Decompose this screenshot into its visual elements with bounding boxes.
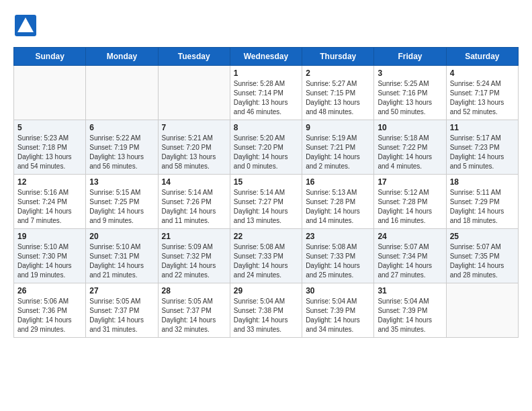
cell-info: Sunrise: 5:20 AMSunset: 7:20 PMDaylight:… — [234, 134, 298, 171]
calendar-body: 1Sunrise: 5:28 AMSunset: 7:14 PMDaylight… — [14, 66, 519, 338]
week-row-4: 26Sunrise: 5:06 AMSunset: 7:36 PMDayligh… — [14, 283, 519, 338]
week-row-3: 19Sunrise: 5:10 AMSunset: 7:30 PMDayligh… — [14, 229, 519, 283]
cell-info: Sunrise: 5:07 AMSunset: 7:35 PMDaylight:… — [450, 242, 515, 280]
day-number: 31 — [378, 286, 442, 295]
day-number: 28 — [162, 286, 226, 295]
day-number: 2 — [306, 68, 370, 78]
cell-info: Sunrise: 5:04 AMSunset: 7:39 PMDaylight:… — [378, 297, 442, 334]
cal-cell: 29Sunrise: 5:04 AMSunset: 7:38 PMDayligh… — [230, 283, 302, 338]
week-row-1: 5Sunrise: 5:23 AMSunset: 7:18 PMDaylight… — [14, 120, 519, 175]
cell-info: Sunrise: 5:08 AMSunset: 7:33 PMDaylight:… — [306, 242, 370, 280]
day-header-monday: Monday — [86, 48, 158, 66]
cal-cell: 8Sunrise: 5:20 AMSunset: 7:20 PMDaylight… — [230, 120, 302, 175]
cell-info: Sunrise: 5:05 AMSunset: 7:37 PMDaylight:… — [162, 297, 226, 334]
week-row-2: 12Sunrise: 5:16 AMSunset: 7:24 PMDayligh… — [14, 175, 519, 229]
day-number: 19 — [17, 232, 82, 241]
cal-cell: 9Sunrise: 5:19 AMSunset: 7:21 PMDaylight… — [302, 120, 374, 175]
logo — [13, 13, 40, 40]
day-number: 12 — [17, 177, 82, 187]
cal-cell: 22Sunrise: 5:08 AMSunset: 7:33 PMDayligh… — [230, 229, 302, 283]
cell-info: Sunrise: 5:08 AMSunset: 7:33 PMDaylight:… — [234, 242, 298, 280]
day-header-sunday: Sunday — [14, 48, 86, 66]
cell-info: Sunrise: 5:19 AMSunset: 7:21 PMDaylight:… — [306, 134, 370, 171]
cal-cell: 11Sunrise: 5:17 AMSunset: 7:23 PMDayligh… — [446, 120, 518, 175]
cell-info: Sunrise: 5:12 AMSunset: 7:28 PMDaylight:… — [378, 188, 442, 226]
day-number: 7 — [162, 123, 226, 132]
day-number: 21 — [162, 232, 226, 241]
cal-cell: 27Sunrise: 5:05 AMSunset: 7:37 PMDayligh… — [86, 283, 158, 338]
cell-info: Sunrise: 5:24 AMSunset: 7:17 PMDaylight:… — [450, 79, 515, 117]
cal-cell: 5Sunrise: 5:23 AMSunset: 7:18 PMDaylight… — [14, 120, 86, 175]
day-number: 1 — [234, 68, 298, 78]
cal-cell: 1Sunrise: 5:28 AMSunset: 7:14 PMDaylight… — [230, 66, 302, 120]
cal-cell: 26Sunrise: 5:06 AMSunset: 7:36 PMDayligh… — [14, 283, 86, 338]
cell-info: Sunrise: 5:11 AMSunset: 7:29 PMDaylight:… — [450, 188, 515, 226]
cal-cell: 17Sunrise: 5:12 AMSunset: 7:28 PMDayligh… — [374, 175, 446, 229]
cal-cell: 7Sunrise: 5:21 AMSunset: 7:20 PMDaylight… — [158, 120, 230, 175]
cal-cell: 21Sunrise: 5:09 AMSunset: 7:32 PMDayligh… — [158, 229, 230, 283]
day-number: 30 — [306, 286, 370, 295]
cell-info: Sunrise: 5:05 AMSunset: 7:37 PMDaylight:… — [89, 297, 154, 334]
cal-cell: 15Sunrise: 5:14 AMSunset: 7:27 PMDayligh… — [230, 175, 302, 229]
day-number: 11 — [450, 123, 515, 132]
day-header-wednesday: Wednesday — [230, 48, 302, 66]
cal-cell: 31Sunrise: 5:04 AMSunset: 7:39 PMDayligh… — [374, 283, 446, 338]
cell-info: Sunrise: 5:16 AMSunset: 7:24 PMDaylight:… — [17, 188, 82, 226]
cal-cell: 18Sunrise: 5:11 AMSunset: 7:29 PMDayligh… — [446, 175, 518, 229]
day-header-tuesday: Tuesday — [158, 48, 230, 66]
cal-cell: 6Sunrise: 5:22 AMSunset: 7:19 PMDaylight… — [86, 120, 158, 175]
cal-cell: 4Sunrise: 5:24 AMSunset: 7:17 PMDaylight… — [446, 66, 518, 120]
day-number: 4 — [450, 68, 515, 78]
day-number: 15 — [234, 177, 298, 187]
day-number: 22 — [234, 232, 298, 241]
days-header-row: SundayMondayTuesdayWednesdayThursdayFrid… — [14, 48, 519, 66]
day-number: 10 — [378, 123, 442, 132]
day-number: 9 — [306, 123, 370, 132]
cell-info: Sunrise: 5:04 AMSunset: 7:38 PMDaylight:… — [234, 297, 298, 334]
day-number: 23 — [306, 232, 370, 241]
cal-cell — [14, 66, 86, 120]
cell-info: Sunrise: 5:25 AMSunset: 7:16 PMDaylight:… — [378, 79, 442, 117]
cell-info: Sunrise: 5:06 AMSunset: 7:36 PMDaylight:… — [17, 297, 82, 334]
cell-info: Sunrise: 5:09 AMSunset: 7:32 PMDaylight:… — [162, 242, 226, 280]
cell-info: Sunrise: 5:10 AMSunset: 7:30 PMDaylight:… — [17, 242, 82, 280]
cal-cell: 30Sunrise: 5:04 AMSunset: 7:39 PMDayligh… — [302, 283, 374, 338]
day-header-saturday: Saturday — [446, 48, 518, 66]
day-number: 20 — [89, 232, 154, 241]
day-number: 27 — [89, 286, 154, 295]
day-number: 3 — [378, 68, 442, 78]
cal-cell: 23Sunrise: 5:08 AMSunset: 7:33 PMDayligh… — [302, 229, 374, 283]
day-number: 6 — [89, 123, 154, 132]
logo-icon — [13, 13, 38, 38]
day-number: 16 — [306, 177, 370, 187]
day-number: 24 — [378, 232, 442, 241]
cell-info: Sunrise: 5:28 AMSunset: 7:14 PMDaylight:… — [234, 79, 298, 117]
cal-cell: 28Sunrise: 5:05 AMSunset: 7:37 PMDayligh… — [158, 283, 230, 338]
day-number: 26 — [17, 286, 82, 295]
cell-info: Sunrise: 5:04 AMSunset: 7:39 PMDaylight:… — [306, 297, 370, 334]
cell-info: Sunrise: 5:14 AMSunset: 7:27 PMDaylight:… — [234, 188, 298, 226]
cal-cell: 25Sunrise: 5:07 AMSunset: 7:35 PMDayligh… — [446, 229, 518, 283]
cell-info: Sunrise: 5:15 AMSunset: 7:25 PMDaylight:… — [89, 188, 154, 226]
day-header-thursday: Thursday — [302, 48, 374, 66]
cell-info: Sunrise: 5:10 AMSunset: 7:31 PMDaylight:… — [89, 242, 154, 280]
calendar-table: SundayMondayTuesdayWednesdayThursdayFrid… — [13, 47, 519, 338]
cal-cell — [158, 66, 230, 120]
day-number: 14 — [162, 177, 226, 187]
cal-cell: 20Sunrise: 5:10 AMSunset: 7:31 PMDayligh… — [86, 229, 158, 283]
cell-info: Sunrise: 5:23 AMSunset: 7:18 PMDaylight:… — [17, 134, 82, 171]
cell-info: Sunrise: 5:22 AMSunset: 7:19 PMDaylight:… — [89, 134, 154, 171]
cell-info: Sunrise: 5:18 AMSunset: 7:22 PMDaylight:… — [378, 134, 442, 171]
cal-cell: 10Sunrise: 5:18 AMSunset: 7:22 PMDayligh… — [374, 120, 446, 175]
cell-info: Sunrise: 5:14 AMSunset: 7:26 PMDaylight:… — [162, 188, 226, 226]
day-number: 13 — [89, 177, 154, 187]
day-number: 17 — [378, 177, 442, 187]
week-row-0: 1Sunrise: 5:28 AMSunset: 7:14 PMDaylight… — [14, 66, 519, 120]
cal-cell: 14Sunrise: 5:14 AMSunset: 7:26 PMDayligh… — [158, 175, 230, 229]
day-number: 5 — [17, 123, 82, 132]
cell-info: Sunrise: 5:17 AMSunset: 7:23 PMDaylight:… — [450, 134, 515, 171]
cal-cell: 16Sunrise: 5:13 AMSunset: 7:28 PMDayligh… — [302, 175, 374, 229]
cell-info: Sunrise: 5:07 AMSunset: 7:34 PMDaylight:… — [378, 242, 442, 280]
day-number: 18 — [450, 177, 515, 187]
cal-cell: 3Sunrise: 5:25 AMSunset: 7:16 PMDaylight… — [374, 66, 446, 120]
